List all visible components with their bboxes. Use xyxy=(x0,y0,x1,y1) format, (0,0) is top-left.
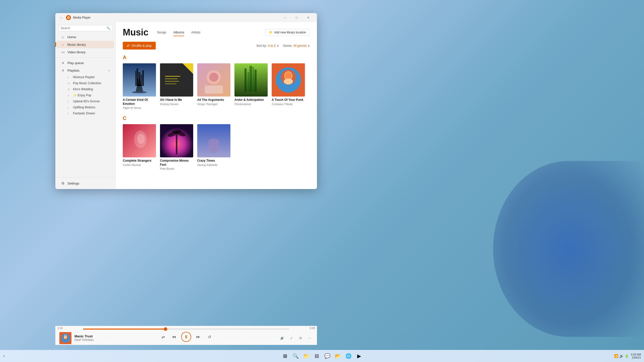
close-button[interactable]: ✕ xyxy=(302,14,314,22)
playlist-workout[interactable]: ♪ Workout Playlist xyxy=(57,74,114,80)
album-all-arguments[interactable]: All The Arguments Ginger Teenager xyxy=(197,63,230,109)
playlist-upbeat[interactable]: ♪ Upbeat 80's Groove xyxy=(57,98,114,104)
album-compromise[interactable]: Compromise Moves Fast Pete Brown xyxy=(160,124,193,170)
repeat-button[interactable]: ↺ xyxy=(205,333,213,341)
svg-rect-41 xyxy=(176,134,177,154)
taskbar-right: 📶 🔊 🔋 9:28 AM 10/6/21 xyxy=(614,353,641,359)
album-title: All I Have Is Me xyxy=(160,98,193,102)
genre-value: All genres xyxy=(293,44,307,48)
chevron-up-icon: ∧ xyxy=(108,69,110,72)
playlist-fantastic-icon: ♪ xyxy=(67,112,71,115)
album-cover-compromise xyxy=(160,124,193,157)
sidebar-item-home[interactable]: ⌂ Home xyxy=(57,33,114,41)
taskbar: ∧ ⊞ 🔍 📁 ⊟ 💬 📂 🌐 ▶ 📶 🔊 🔋 9:28 AM 10/6/21 xyxy=(0,350,644,362)
svg-rect-23 xyxy=(245,68,247,92)
album-complete-strangers[interactable]: Complete Strangers Corbin Revival xyxy=(123,124,156,170)
album-artist: Ginger Teenager xyxy=(197,103,230,106)
tab-albums[interactable]: Albums xyxy=(170,29,188,36)
playlist-uplifting[interactable]: ♪ Uplifting Motions xyxy=(57,104,114,110)
taskbar-media-player-button[interactable]: ▶ xyxy=(354,351,364,361)
shuffle-control-button[interactable]: ⇄ xyxy=(159,333,167,341)
album-cover-ardor xyxy=(234,63,268,97)
taskbar-clock[interactable]: 9:28 AM 10/6/21 xyxy=(631,353,641,359)
album-title: Crazy Times xyxy=(197,159,230,163)
add-library-button[interactable]: 📁 Add new library location xyxy=(265,29,310,36)
svg-point-9 xyxy=(132,91,147,93)
progress-bar[interactable] xyxy=(83,329,289,330)
sort-controls: Sort by: A to Z ∨ Genre: All genres ∨ xyxy=(256,44,310,48)
svg-rect-15 xyxy=(165,78,178,79)
album-touch-punk[interactable]: A Touch Of Your Punk Compass Tribute xyxy=(272,63,305,109)
playlist-pop-collection[interactable]: ♫ Pop Music Collection xyxy=(57,80,114,86)
notification-expand[interactable]: ∧ xyxy=(3,354,5,358)
player-right-controls: 🔊 ⤢ ⧉ ⋯ xyxy=(279,335,313,342)
search-bar[interactable]: 🔍 xyxy=(58,25,112,31)
album-artist: Compass Tribute xyxy=(272,103,305,106)
svg-rect-7 xyxy=(142,70,144,86)
home-icon: ⌂ xyxy=(61,35,65,39)
album-crazy-times[interactable]: Crazy Times Saving Gabrielle xyxy=(197,124,230,170)
volume-icon[interactable]: 🔊 xyxy=(619,354,624,358)
search-input[interactable] xyxy=(61,26,106,30)
album-a-certain-kind[interactable]: A Certain Kind Of Emotion Flight of Venu… xyxy=(123,63,156,109)
album-all-i-have[interactable]: All I Have Is Me Kicking Gloves xyxy=(160,63,193,109)
app-icon xyxy=(66,15,71,20)
playlist-music-icon: ♪ xyxy=(67,75,71,79)
maximize-button[interactable]: □ xyxy=(291,14,302,22)
volume-button[interactable]: 🔊 xyxy=(279,335,286,342)
wifi-icon[interactable]: 📶 xyxy=(614,354,618,358)
battery-icon[interactable]: 🔋 xyxy=(625,354,629,358)
minimize-button[interactable]: ─ xyxy=(279,14,291,22)
album-title: A Touch Of Your Punk xyxy=(272,98,305,102)
previous-button[interactable]: ⏮ xyxy=(170,333,178,341)
video-library-label: Video library xyxy=(67,50,86,54)
playlist-workout-label: Workout Playlist xyxy=(73,75,95,79)
sidebar-item-music-library[interactable]: ♪ Music library xyxy=(57,41,114,48)
album-title: Ardor & Anticipation xyxy=(234,98,268,102)
genre-dropdown[interactable]: Genre: All genres ∨ xyxy=(283,44,310,48)
add-library-icon: 📁 xyxy=(269,31,273,34)
fullscreen-button[interactable]: ⤢ xyxy=(288,335,295,342)
taskbar-widgets-button[interactable]: ⊟ xyxy=(312,351,322,361)
miniplayer-button[interactable]: ⧉ xyxy=(297,335,304,342)
now-playing-thumbnail xyxy=(59,332,71,344)
play-pause-button[interactable]: ⏸ xyxy=(181,332,191,342)
taskbar-search-button[interactable]: 🔍 xyxy=(291,351,301,361)
svg-rect-5 xyxy=(138,72,140,86)
playlist-upbeat-icon: ♪ xyxy=(67,100,71,103)
album-artist: Pointlessknot xyxy=(234,103,268,106)
sidebar-item-settings[interactable]: ⚙ Settings xyxy=(57,179,114,187)
playlist-kims-wedding[interactable]: ♫ Kim's Wedding xyxy=(57,86,114,92)
progress-thumb[interactable] xyxy=(164,327,167,331)
next-button[interactable]: ⏭ xyxy=(194,333,202,341)
playlist-enjoy-pop[interactable]: ♪ ✨ Enjoy Pop xyxy=(57,92,114,98)
taskbar-folder-button[interactable]: 📂 xyxy=(333,351,343,361)
video-icon: ▭ xyxy=(61,50,65,54)
back-button[interactable]: ← xyxy=(58,15,64,21)
playlists-icon: ≡ xyxy=(61,68,65,72)
svg-rect-24 xyxy=(250,66,252,92)
taskbar-file-explorer-button[interactable]: 📁 xyxy=(301,351,311,361)
playlist-fantastic[interactable]: ♪ Fantastic Dream xyxy=(57,110,114,116)
taskbar-start-button[interactable]: ⊞ xyxy=(280,351,290,361)
tab-songs[interactable]: Songs xyxy=(153,29,170,36)
svg-rect-21 xyxy=(205,85,223,94)
svg-rect-50 xyxy=(208,139,219,152)
shuffle-button[interactable]: ⇄ Shuffle & play xyxy=(123,42,156,50)
more-options-button[interactable]: ⋯ xyxy=(306,335,313,342)
albums-scroll-area[interactable]: A xyxy=(116,53,317,189)
svg-rect-14 xyxy=(165,76,180,77)
sidebar-item-video-library[interactable]: ▭ Video library xyxy=(57,48,114,56)
playlists-header[interactable]: ≡ Playlists ∧ xyxy=(57,67,114,74)
tab-artists[interactable]: Artists xyxy=(188,29,204,36)
svg-rect-26 xyxy=(248,72,249,92)
window-title: Media Player xyxy=(73,16,279,19)
svg-rect-10 xyxy=(137,85,142,86)
sort-dropdown[interactable]: Sort by: A to Z ∨ xyxy=(256,44,279,48)
taskbar-browser-button[interactable]: 🌐 xyxy=(343,351,353,361)
settings-label: Settings xyxy=(67,182,79,185)
taskbar-teams-button[interactable]: 💬 xyxy=(322,351,332,361)
sidebar-item-play-queue[interactable]: ≡ Play queue xyxy=(57,59,114,67)
playlist-wedding-icon: ♫ xyxy=(67,87,71,91)
album-ardor[interactable]: Ardor & Anticipation Pointlessknot xyxy=(234,63,268,109)
